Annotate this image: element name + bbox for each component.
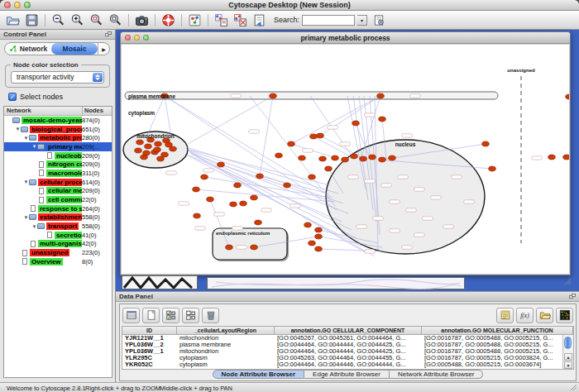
toolbar-button-help[interactable]	[159, 12, 178, 28]
network-node[interactable]	[256, 174, 264, 179]
network-node[interactable]	[317, 133, 324, 138]
tree-row-establishment-of-lo[interactable]: ▼establishment of lo558(0)	[4, 213, 112, 222]
network-node[interactable]	[154, 147, 161, 152]
tree-row-biological-process[interactable]: ▼biological_process651(0)	[4, 125, 112, 134]
import-attributes-button[interactable]	[536, 308, 553, 323]
network-node[interactable]	[194, 213, 201, 218]
background-window-network[interactable]	[207, 277, 465, 289]
toolbar-button-zoom-in[interactable]	[68, 12, 87, 28]
tree-row-transport[interactable]: ▼transport558(0)	[4, 222, 112, 231]
network-node[interactable]	[566, 94, 569, 99]
network-node[interactable]	[230, 202, 237, 207]
network-node[interactable]	[389, 155, 396, 160]
tree-row-unassigned[interactable]: unassigned223(0)	[4, 248, 112, 257]
network-node[interactable]	[207, 197, 214, 202]
tree-row-nitrogen-compo[interactable]: nitrogen compo209(0)	[4, 160, 112, 169]
network-node[interactable]	[234, 183, 242, 188]
network-node[interactable]	[145, 144, 152, 149]
toolbar-button-link-document[interactable]	[250, 12, 269, 28]
network-node[interactable]	[315, 234, 323, 239]
tree-column-nodes[interactable]: Nodes	[82, 107, 112, 115]
tree-row-cellular-metabol[interactable]: cellular metabol209(0)	[4, 187, 112, 196]
tree-row-metabolic-process[interactable]: ▼metabolic process280(0)	[4, 133, 112, 142]
table-row-YPL036W__2[interactable]: YPL036W__2plasma membrane[GO:0044464, GO…	[122, 342, 573, 348]
network-window-titlebar[interactable]: primary metabolic process	[121, 32, 570, 44]
network-node[interactable]	[319, 156, 327, 161]
toolbar-button-snapshot[interactable]	[132, 12, 151, 28]
network-canvas[interactable]: plasma membranecytoplasmmitochondrionnuc…	[122, 45, 569, 274]
toolbar-button-zoom-selected[interactable]	[87, 12, 106, 28]
column-header-2[interactable]: annotation.GO CELLULAR_COMPONENT	[275, 327, 422, 334]
float-panel-icon[interactable]	[105, 31, 112, 37]
tree-expand-arrow[interactable]: ▼	[15, 127, 21, 131]
tab-network-attribute-browser[interactable]: Network Attribute Browser	[390, 370, 483, 379]
network-node[interactable]	[201, 174, 208, 179]
toolbar-button-zoom-fit[interactable]	[106, 12, 125, 28]
network-node[interactable]	[157, 156, 165, 161]
table-row-YPL036W__1[interactable]: YPL036W__1mitochondrion[GO:0044464, GO:0…	[122, 348, 573, 355]
attribute-editor-button[interactable]	[496, 308, 514, 323]
tree-row-overview[interactable]: Overview8(0)	[4, 257, 112, 266]
network-node[interactable]	[332, 155, 339, 160]
background-window-overview[interactable]	[122, 275, 198, 289]
tree-row-primary-metabo[interactable]: ▼primary metabo209(...	[4, 142, 112, 151]
tab-mosaic[interactable]: Mosaic	[51, 43, 98, 55]
search-dropdown-arrow[interactable]: ▾	[357, 15, 367, 26]
network-node[interactable]	[135, 148, 142, 153]
select-all-attributes-button[interactable]	[162, 308, 179, 323]
tree-row-nucleobase-[interactable]: nucleobase-209(0)	[4, 151, 112, 160]
data-panel-float-icon[interactable]	[569, 294, 576, 299]
network-node[interactable]	[251, 245, 258, 250]
network-node[interactable]	[136, 140, 144, 145]
delete-attribute-button[interactable]	[202, 308, 219, 323]
tree-row-secretion[interactable]: secretion41(0)	[4, 231, 112, 240]
scroll-up-button[interactable]: ▲	[564, 353, 572, 361]
network-node[interactable]	[251, 195, 258, 200]
network-node[interactable]	[377, 93, 385, 98]
app-resize-grip[interactable]	[569, 383, 577, 391]
network-node[interactable]	[310, 134, 318, 139]
scrollbar-thumb[interactable]	[564, 337, 572, 349]
mosaic-matrix-button[interactable]	[556, 308, 573, 323]
select-attributes-button[interactable]	[122, 308, 140, 323]
network-node[interactable]	[240, 201, 247, 206]
network-node[interactable]	[342, 157, 349, 162]
table-row-YJR121W__1[interactable]: YJR121W__1mitochondrion[GO:0045267, GO:0…	[122, 335, 573, 342]
network-node[interactable]	[299, 155, 306, 160]
toolbar-button-zoom-out[interactable]	[49, 12, 68, 28]
network-node[interactable]	[482, 141, 490, 146]
tree-column-network[interactable]: Network	[4, 107, 82, 115]
tree-row-response-to-stimulu[interactable]: response to stimulu264(0)	[4, 204, 112, 213]
tree-row-cell-communicat[interactable]: cell communicat22(0)	[4, 195, 112, 204]
tree-expand-arrow[interactable]: ▼	[23, 179, 29, 184]
network-node[interactable]	[379, 117, 386, 122]
network-node[interactable]	[255, 220, 262, 225]
unselect-all-attributes-button[interactable]	[182, 308, 199, 323]
tree-expand-arrow[interactable]: ▼	[31, 144, 37, 149]
tree-row-cellular-process[interactable]: ▼cellular process614(0)	[4, 178, 112, 187]
toolbar-button-open[interactable]	[3, 12, 22, 28]
network-node[interactable]	[309, 174, 316, 179]
search-settings-button[interactable]	[370, 12, 389, 28]
tab-edge-attribute-browser[interactable]: Edge Attribute Browser	[304, 370, 390, 379]
network-node[interactable]	[351, 154, 358, 159]
tree-expand-arrow[interactable]: ▼	[31, 224, 37, 229]
tree-expand-arrow[interactable]: ▼	[23, 215, 29, 220]
window-resize-grip[interactable]	[563, 277, 572, 285]
select-nodes-checkbox[interactable]: ✓	[8, 93, 17, 101]
tab-node-attribute-browser[interactable]: Node Attribute Browser	[213, 370, 305, 379]
toolbar-button-create-view[interactable]	[212, 12, 231, 28]
tree-expand-arrow[interactable]: ▼	[23, 136, 29, 141]
search-input[interactable]	[302, 15, 355, 26]
network-node[interactable]	[548, 155, 556, 160]
tree-row-multi-organism-pro[interactable]: multi-organism pro42(0)	[4, 240, 112, 249]
network-node[interactable]	[143, 151, 151, 155]
column-header-3[interactable]: annotation.GO MOLECULAR_FUNCTION	[422, 327, 573, 334]
network-node[interactable]	[315, 227, 323, 232]
network-node[interactable]	[193, 187, 200, 192]
network-node[interactable]	[369, 155, 376, 160]
create-attribute-button[interactable]	[142, 308, 160, 323]
network-node[interactable]	[304, 222, 312, 227]
toolbar-button-destroy-view[interactable]	[231, 12, 250, 28]
tree-row-macromolecule[interactable]: macromolecule311(0)	[4, 169, 112, 178]
